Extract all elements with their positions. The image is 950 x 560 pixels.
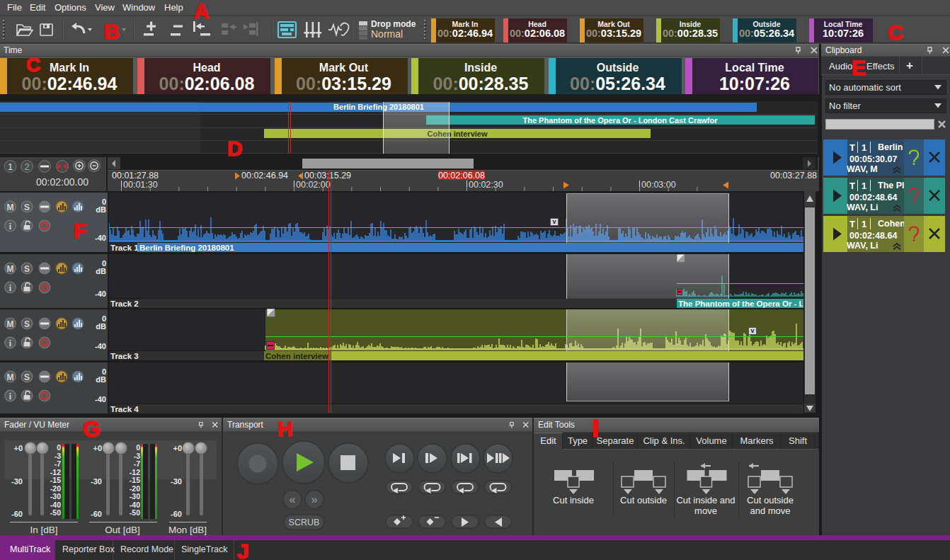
svg-text:SCRUB: SCRUB	[289, 518, 320, 527]
svg-text:«: «	[290, 493, 296, 505]
svg-text:»: »	[311, 493, 318, 505]
